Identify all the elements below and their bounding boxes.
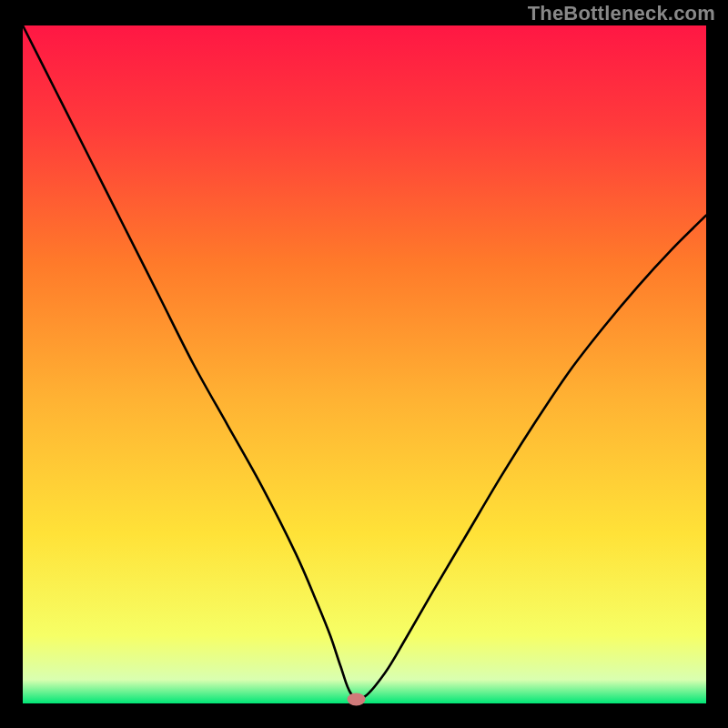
bottleneck-chart bbox=[0, 0, 728, 728]
gradient-background bbox=[23, 25, 706, 703]
chart-stage: TheBottleneck.com bbox=[0, 0, 728, 728]
optimal-point-marker bbox=[347, 693, 365, 706]
